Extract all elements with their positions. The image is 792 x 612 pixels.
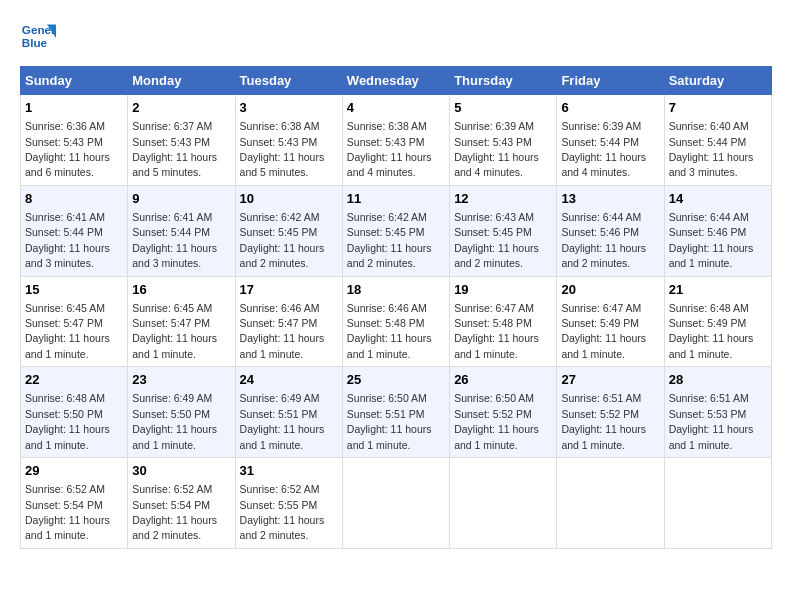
day-number: 11 — [347, 190, 445, 208]
sunset-text: Sunset: 5:44 PM — [561, 136, 639, 148]
day-number: 6 — [561, 99, 659, 117]
sunset-text: Sunset: 5:55 PM — [240, 499, 318, 511]
calendar-cell: 17Sunrise: 6:46 AMSunset: 5:47 PMDayligh… — [235, 276, 342, 367]
day-number: 2 — [132, 99, 230, 117]
sunset-text: Sunset: 5:48 PM — [454, 317, 532, 329]
daylight-text: Daylight: 11 hours and 1 minute. — [454, 423, 539, 450]
sunrise-text: Sunrise: 6:39 AM — [561, 120, 641, 132]
sunset-text: Sunset: 5:43 PM — [132, 136, 210, 148]
sunrise-text: Sunrise: 6:36 AM — [25, 120, 105, 132]
calendar-week-row: 8Sunrise: 6:41 AMSunset: 5:44 PMDaylight… — [21, 185, 772, 276]
sunrise-text: Sunrise: 6:38 AM — [240, 120, 320, 132]
daylight-text: Daylight: 11 hours and 3 minutes. — [132, 242, 217, 269]
daylight-text: Daylight: 11 hours and 1 minute. — [561, 423, 646, 450]
day-number: 4 — [347, 99, 445, 117]
daylight-text: Daylight: 11 hours and 1 minute. — [240, 332, 325, 359]
day-number: 28 — [669, 371, 767, 389]
header-thursday: Thursday — [450, 67, 557, 95]
sunset-text: Sunset: 5:47 PM — [132, 317, 210, 329]
calendar-cell: 20Sunrise: 6:47 AMSunset: 5:49 PMDayligh… — [557, 276, 664, 367]
sunset-text: Sunset: 5:53 PM — [669, 408, 747, 420]
calendar-cell: 25Sunrise: 6:50 AMSunset: 5:51 PMDayligh… — [342, 367, 449, 458]
calendar-cell: 30Sunrise: 6:52 AMSunset: 5:54 PMDayligh… — [128, 458, 235, 549]
calendar-cell: 7Sunrise: 6:40 AMSunset: 5:44 PMDaylight… — [664, 95, 771, 186]
daylight-text: Daylight: 11 hours and 2 minutes. — [240, 514, 325, 541]
daylight-text: Daylight: 11 hours and 2 minutes. — [561, 242, 646, 269]
daylight-text: Daylight: 11 hours and 1 minute. — [240, 423, 325, 450]
day-number: 16 — [132, 281, 230, 299]
calendar-cell — [342, 458, 449, 549]
calendar-cell: 14Sunrise: 6:44 AMSunset: 5:46 PMDayligh… — [664, 185, 771, 276]
calendar-cell: 11Sunrise: 6:42 AMSunset: 5:45 PMDayligh… — [342, 185, 449, 276]
day-number: 22 — [25, 371, 123, 389]
daylight-text: Daylight: 11 hours and 1 minute. — [561, 332, 646, 359]
daylight-text: Daylight: 11 hours and 1 minute. — [25, 423, 110, 450]
daylight-text: Daylight: 11 hours and 2 minutes. — [347, 242, 432, 269]
sunset-text: Sunset: 5:44 PM — [132, 226, 210, 238]
sunrise-text: Sunrise: 6:39 AM — [454, 120, 534, 132]
sunset-text: Sunset: 5:50 PM — [25, 408, 103, 420]
sunrise-text: Sunrise: 6:52 AM — [25, 483, 105, 495]
header-tuesday: Tuesday — [235, 67, 342, 95]
day-number: 10 — [240, 190, 338, 208]
sunrise-text: Sunrise: 6:52 AM — [132, 483, 212, 495]
sunset-text: Sunset: 5:49 PM — [561, 317, 639, 329]
sunrise-text: Sunrise: 6:50 AM — [454, 392, 534, 404]
header-saturday: Saturday — [664, 67, 771, 95]
calendar-cell: 13Sunrise: 6:44 AMSunset: 5:46 PMDayligh… — [557, 185, 664, 276]
daylight-text: Daylight: 11 hours and 5 minutes. — [240, 151, 325, 178]
day-number: 3 — [240, 99, 338, 117]
daylight-text: Daylight: 11 hours and 1 minute. — [25, 332, 110, 359]
calendar-cell — [664, 458, 771, 549]
sunrise-text: Sunrise: 6:50 AM — [347, 392, 427, 404]
sunset-text: Sunset: 5:54 PM — [132, 499, 210, 511]
calendar-cell: 16Sunrise: 6:45 AMSunset: 5:47 PMDayligh… — [128, 276, 235, 367]
svg-text:Blue: Blue — [22, 36, 48, 49]
daylight-text: Daylight: 11 hours and 1 minute. — [669, 332, 754, 359]
daylight-text: Daylight: 11 hours and 4 minutes. — [561, 151, 646, 178]
daylight-text: Daylight: 11 hours and 4 minutes. — [454, 151, 539, 178]
sunset-text: Sunset: 5:45 PM — [347, 226, 425, 238]
sunrise-text: Sunrise: 6:40 AM — [669, 120, 749, 132]
sunrise-text: Sunrise: 6:41 AM — [132, 211, 212, 223]
calendar-cell: 18Sunrise: 6:46 AMSunset: 5:48 PMDayligh… — [342, 276, 449, 367]
sunset-text: Sunset: 5:44 PM — [25, 226, 103, 238]
day-number: 12 — [454, 190, 552, 208]
day-number: 21 — [669, 281, 767, 299]
sunrise-text: Sunrise: 6:45 AM — [132, 302, 212, 314]
sunset-text: Sunset: 5:43 PM — [454, 136, 532, 148]
day-number: 20 — [561, 281, 659, 299]
logo-icon: General Blue — [20, 20, 56, 56]
calendar-header-row: SundayMondayTuesdayWednesdayThursdayFrid… — [21, 67, 772, 95]
calendar-cell: 21Sunrise: 6:48 AMSunset: 5:49 PMDayligh… — [664, 276, 771, 367]
sunrise-text: Sunrise: 6:41 AM — [25, 211, 105, 223]
page-header: General Blue — [20, 20, 772, 56]
calendar-cell — [557, 458, 664, 549]
sunrise-text: Sunrise: 6:46 AM — [347, 302, 427, 314]
daylight-text: Daylight: 11 hours and 1 minute. — [454, 332, 539, 359]
daylight-text: Daylight: 11 hours and 2 minutes. — [240, 242, 325, 269]
sunset-text: Sunset: 5:45 PM — [240, 226, 318, 238]
day-number: 8 — [25, 190, 123, 208]
sunrise-text: Sunrise: 6:47 AM — [454, 302, 534, 314]
header-monday: Monday — [128, 67, 235, 95]
sunrise-text: Sunrise: 6:52 AM — [240, 483, 320, 495]
calendar-cell: 6Sunrise: 6:39 AMSunset: 5:44 PMDaylight… — [557, 95, 664, 186]
day-number: 13 — [561, 190, 659, 208]
calendar-cell: 9Sunrise: 6:41 AMSunset: 5:44 PMDaylight… — [128, 185, 235, 276]
sunrise-text: Sunrise: 6:43 AM — [454, 211, 534, 223]
calendar-cell: 31Sunrise: 6:52 AMSunset: 5:55 PMDayligh… — [235, 458, 342, 549]
sunrise-text: Sunrise: 6:47 AM — [561, 302, 641, 314]
header-friday: Friday — [557, 67, 664, 95]
sunset-text: Sunset: 5:46 PM — [561, 226, 639, 238]
sunset-text: Sunset: 5:43 PM — [240, 136, 318, 148]
daylight-text: Daylight: 11 hours and 1 minute. — [669, 423, 754, 450]
day-number: 15 — [25, 281, 123, 299]
day-number: 23 — [132, 371, 230, 389]
day-number: 9 — [132, 190, 230, 208]
day-number: 17 — [240, 281, 338, 299]
sunset-text: Sunset: 5:44 PM — [669, 136, 747, 148]
sunrise-text: Sunrise: 6:42 AM — [347, 211, 427, 223]
day-number: 18 — [347, 281, 445, 299]
day-number: 19 — [454, 281, 552, 299]
